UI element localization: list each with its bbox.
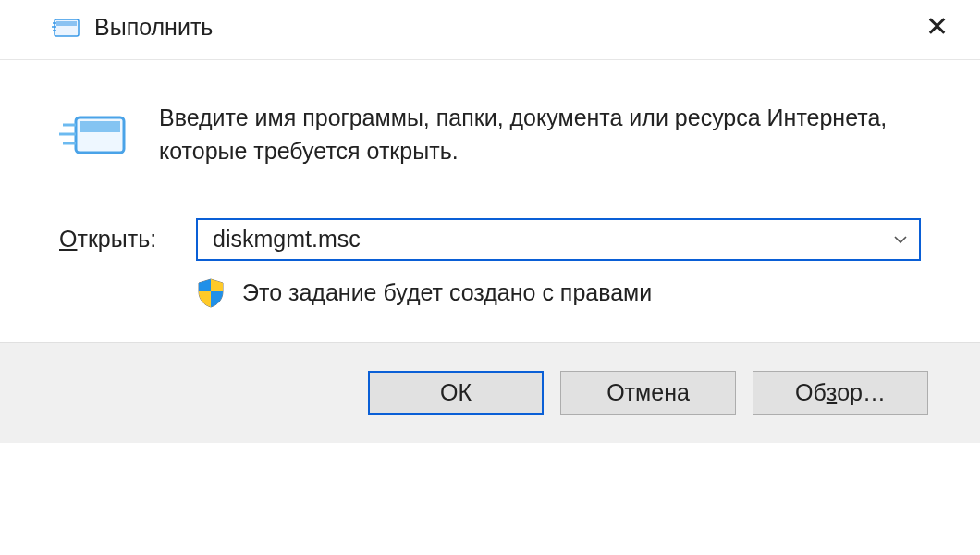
open-label: Открыть: xyxy=(59,226,178,253)
svg-rect-6 xyxy=(80,121,120,132)
svg-rect-1 xyxy=(56,21,77,26)
admin-note-row: Это задание будет создано с правами xyxy=(196,278,921,309)
cancel-button[interactable]: Отмена xyxy=(560,371,736,415)
chevron-down-icon[interactable] xyxy=(882,231,919,248)
open-input[interactable] xyxy=(198,222,882,256)
run-title-icon xyxy=(52,14,81,40)
description-row: Введите имя программы, папки, документа … xyxy=(59,101,921,168)
ok-button[interactable]: ОК xyxy=(368,371,544,415)
admin-note-text: Это задание будет создано с правами xyxy=(242,279,652,306)
description-text: Введите имя программы, папки, документа … xyxy=(159,101,921,168)
browse-button[interactable]: Обзор… xyxy=(753,371,928,415)
shield-icon xyxy=(196,278,226,309)
titlebar-left: Выполнить xyxy=(52,14,213,41)
dialog-content: Введите имя программы, папки, документа … xyxy=(0,60,980,342)
close-icon[interactable]: ✕ xyxy=(913,9,962,44)
open-row: Открыть: xyxy=(59,218,921,261)
dialog-title: Выполнить xyxy=(94,14,213,41)
open-combobox[interactable] xyxy=(196,218,921,261)
button-bar: ОК Отмена Обзор… xyxy=(0,342,980,443)
run-icon xyxy=(59,105,133,164)
titlebar: Выполнить ✕ xyxy=(0,0,980,60)
run-dialog: Выполнить ✕ Введите имя программы, папки… xyxy=(0,0,980,443)
